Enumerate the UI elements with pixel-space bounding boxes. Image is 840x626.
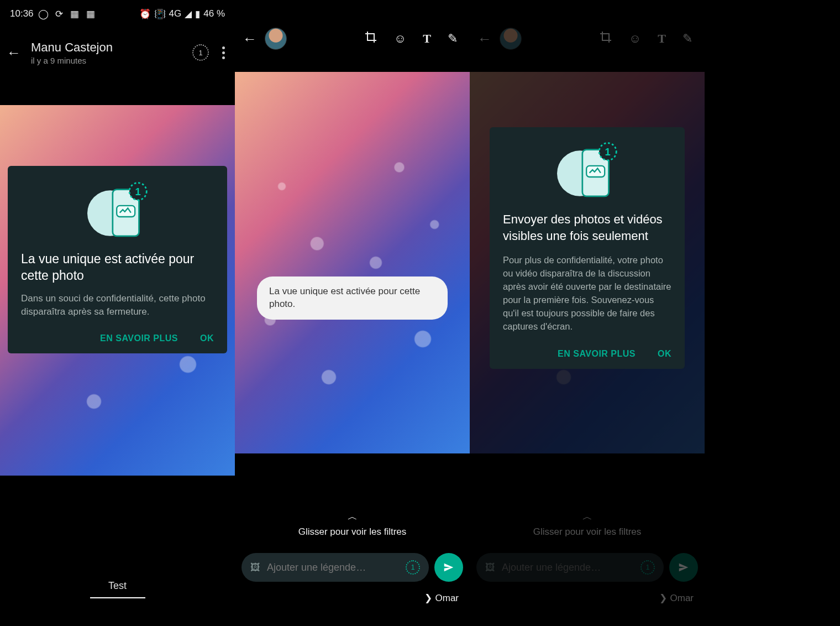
- view-once-explainer-card: 1 Envoyer des photos et vidéos visibles …: [490, 127, 685, 369]
- recipient-row: ❯ Omar: [659, 592, 694, 604]
- battery-icon: ▮: [195, 8, 200, 20]
- panel-media-editor: ← ☺ T ✎ La vue unique est activée pour c…: [235, 0, 470, 626]
- network-label: 4G: [169, 8, 182, 19]
- composer-row: 🖼 1: [476, 553, 698, 582]
- card-body: Pour plus de confidentialité, votre phot…: [503, 254, 671, 333]
- back-button[interactable]: ←: [243, 30, 257, 48]
- caption-input-box: 🖼 1: [476, 553, 664, 582]
- contact-name: Manu Castejon: [31, 40, 182, 55]
- card-title: Envoyer des photos et vidéos visibles un…: [503, 211, 671, 244]
- caption-input: [502, 562, 634, 573]
- contact-block[interactable]: Manu Castejon il y a 9 minutes: [31, 40, 182, 65]
- back-button[interactable]: ←: [477, 30, 492, 48]
- signal-icon: ◢: [185, 8, 192, 20]
- chevron-up-icon: ︿: [470, 510, 705, 523]
- ok-button[interactable]: OK: [200, 333, 214, 343]
- view-once-toggle[interactable]: 1: [406, 560, 420, 575]
- panel-view-once-explainer: ← ☺ T ✎ 1 Envoyer des photos et vidéos v…: [470, 0, 705, 626]
- view-once-info-card: 1 La vue unique est activée pour cette p…: [8, 166, 227, 353]
- caption-input-box[interactable]: 🖼 1: [242, 553, 429, 582]
- gallery-icon[interactable]: 🖼: [250, 562, 260, 573]
- filters-hint: ︿ Glisser pour voir les filtres: [470, 510, 705, 538]
- media-preview[interactable]: [235, 72, 470, 453]
- draw-tool-button[interactable]: ✎: [443, 32, 462, 46]
- composer-row: 🖼 1: [242, 553, 463, 582]
- vibrate-icon: 📳: [154, 8, 166, 20]
- filters-hint-text: Glisser pour voir les filtres: [298, 526, 407, 537]
- card-body: Dans un souci de confidentialité, cette …: [21, 292, 214, 319]
- learn-more-button[interactable]: EN SAVOIR PLUS: [558, 349, 636, 359]
- send-button[interactable]: [434, 553, 463, 582]
- crop-rotate-button[interactable]: [360, 30, 382, 47]
- editor-header: ← ☺ T ✎: [470, 22, 705, 55]
- contact-avatar[interactable]: [265, 28, 287, 50]
- recipient-name: Omar: [670, 593, 694, 604]
- status-caption: Test: [0, 580, 235, 598]
- caption-input[interactable]: [267, 562, 399, 573]
- learn-more-button[interactable]: EN SAVOIR PLUS: [100, 333, 178, 343]
- send-button: [669, 553, 698, 582]
- statusbar-left-icons: ◯ ⟳ ▦ ▦: [38, 8, 97, 20]
- recipient-name: Omar: [435, 593, 459, 604]
- view-once-toast: La vue unique est activée pour cette pho…: [257, 277, 448, 320]
- panel-status-view: 10:36 ◯ ⟳ ▦ ▦ ⏰ 📳 4G ◢ ▮ 46 % ← Manu Cas…: [0, 0, 235, 626]
- crop-rotate-button: [595, 30, 617, 47]
- card-title: La vue unique est activée pour cette pho…: [21, 251, 214, 284]
- emoji-sticker-button[interactable]: ☺: [390, 32, 411, 46]
- editor-header: ← ☺ T ✎: [235, 22, 470, 55]
- view-once-illustration: 1: [21, 180, 214, 241]
- status-caption-text: Test: [108, 580, 127, 591]
- view-once-toggle: 1: [641, 560, 655, 575]
- emoji-sticker-button: ☺: [624, 32, 645, 46]
- chevron-up-icon: ︿: [235, 510, 470, 523]
- text-tool-button: T: [653, 32, 670, 46]
- svg-text:1: 1: [135, 186, 140, 197]
- gallery-icon: 🖼: [485, 562, 495, 573]
- statusbar-time: 10:36: [10, 8, 34, 19]
- recipient-row[interactable]: ❯ Omar: [424, 592, 459, 604]
- toast-text: La vue unique est activée pour cette pho…: [269, 286, 420, 309]
- text-tool-button[interactable]: T: [418, 32, 435, 46]
- alarm-icon: ⏰: [139, 8, 151, 20]
- ok-button[interactable]: OK: [658, 349, 671, 359]
- draw-tool-button: ✎: [678, 32, 697, 46]
- svg-text:1: 1: [605, 146, 610, 158]
- status-header: ← Manu Castejon il y a 9 minutes 1: [0, 33, 235, 72]
- android-statusbar: 10:36 ◯ ⟳ ▦ ▦ ⏰ 📳 4G ◢ ▮ 46 %: [0, 0, 235, 28]
- filters-hint[interactable]: ︿ Glisser pour voir les filtres: [235, 510, 470, 538]
- status-timestamp: il y a 9 minutes: [31, 56, 182, 65]
- statusbar-right: ⏰ 📳 4G ◢ ▮ 46 %: [139, 8, 225, 20]
- more-menu-button[interactable]: [219, 46, 228, 59]
- view-once-illustration: 1: [503, 140, 671, 201]
- contact-avatar: [500, 28, 522, 50]
- back-button[interactable]: ←: [7, 44, 21, 61]
- filters-hint-text: Glisser pour voir les filtres: [533, 526, 642, 537]
- battery-label: 46 %: [203, 8, 225, 19]
- view-once-icon[interactable]: 1: [192, 44, 209, 61]
- chevron-right-icon: ❯: [424, 592, 432, 604]
- chevron-right-icon: ❯: [659, 592, 667, 604]
